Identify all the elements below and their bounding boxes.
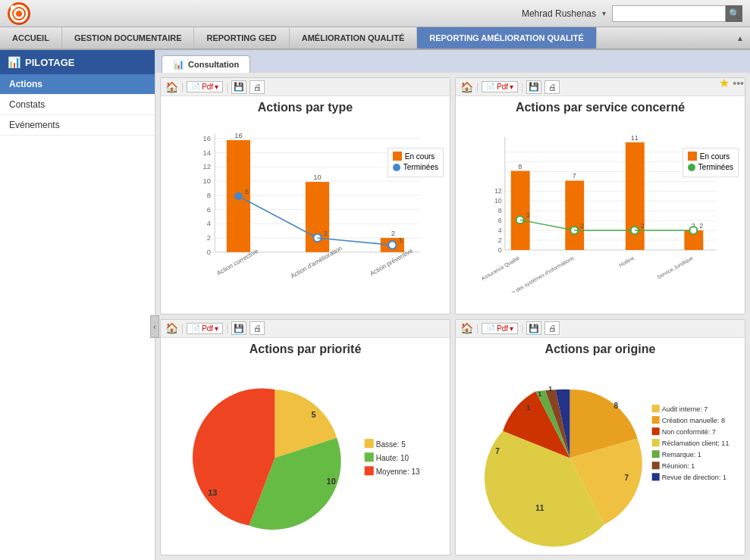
more-options-icon[interactable]: •••: [733, 77, 744, 89]
chart1-toolbar: 🏠 | 📄 Pdf ▾ | 💾 🖨: [161, 78, 450, 96]
svg-text:16: 16: [234, 132, 242, 139]
svg-text:Remarque: 1: Remarque: 1: [662, 451, 701, 458]
pdf-icon2: 📄: [486, 83, 495, 91]
svg-text:0: 0: [207, 249, 211, 256]
sidebar-item-actions[interactable]: Actions: [0, 74, 155, 95]
pdf-icon4: 📄: [486, 324, 495, 333]
svg-rect-83: [365, 452, 374, 461]
sidebar-title: PILOTAGE: [25, 57, 74, 68]
search-input[interactable]: [612, 5, 726, 22]
svg-text:10: 10: [313, 174, 321, 181]
chart2-save-button[interactable]: 💾: [526, 80, 541, 94]
sidebar-item-constats[interactable]: Constats: [0, 95, 155, 115]
chart4-pdf-button[interactable]: 📄 Pdf ▾: [482, 323, 518, 334]
nav-item-reporting-amelioration[interactable]: REPORTING AMÉLIORATION QUALITÉ: [417, 27, 597, 48]
chart2-terminees-label: Terminées: [698, 163, 733, 171]
sidebar-collapse-button[interactable]: ‹: [150, 315, 159, 338]
tab-bar: 📊 Consultation: [155, 50, 750, 73]
chart4-save-button[interactable]: 💾: [526, 321, 541, 335]
chart2-print-button[interactable]: 🖨: [544, 80, 560, 94]
svg-text:2: 2: [207, 234, 211, 242]
svg-text:7: 7: [625, 474, 629, 482]
chart2-pdf-button[interactable]: 📄 Pdf ▾: [482, 81, 518, 92]
svg-text:12: 12: [494, 187, 502, 195]
chart2-legend-terminees: Terminées: [688, 163, 733, 171]
legend-item-en-cours: En cours: [393, 152, 438, 161]
tab-label: Consultation: [188, 60, 239, 69]
chart-actions-par-type: 🏠 | 📄 Pdf ▾ | 💾 🖨 Actions par type: [160, 77, 450, 314]
nav-item-amelioration[interactable]: AMÉLIORATION QUALITÉ: [290, 27, 417, 48]
svg-rect-55: [511, 171, 530, 250]
nav-collapse-icon[interactable]: ▲: [730, 34, 750, 42]
svg-text:10: 10: [494, 197, 502, 205]
tab-icon: 📊: [173, 59, 184, 70]
svg-text:Audit interne: 7: Audit interne: 7: [662, 405, 708, 413]
svg-text:4: 4: [207, 220, 211, 227]
chart3-home-icon[interactable]: 🏠: [165, 322, 178, 334]
svg-text:Assurance Qualité: Assurance Qualité: [482, 255, 521, 282]
favorite-star-icon[interactable]: ★: [719, 76, 730, 90]
svg-text:6: 6: [207, 206, 211, 214]
svg-text:Hotline: Hotline: [618, 255, 635, 268]
svg-text:12: 12: [203, 163, 211, 171]
chart1-title: Actions par type: [161, 101, 450, 114]
svg-rect-96: [652, 416, 660, 424]
legend-en-cours-color: [393, 152, 402, 161]
chart2-svg: 0 2 4 6 8 10 12 8 7: [482, 117, 739, 293]
chart1-pdf-chevron: ▾: [215, 83, 218, 91]
nav-item-reporting-ged[interactable]: REPORTING GED: [194, 27, 289, 48]
chart1-body: Actions par type: [161, 96, 450, 314]
svg-text:16: 16: [203, 135, 211, 142]
chart1-home-icon[interactable]: 🏠: [165, 81, 178, 93]
chart3-print-button[interactable]: 🖨: [249, 321, 265, 335]
user-chevron-icon[interactable]: ▾: [602, 9, 606, 17]
nav-item-accueil[interactable]: ACCUEIL: [0, 27, 62, 48]
pdf-icon: 📄: [191, 83, 200, 91]
legend-terminees-label: Terminées: [403, 163, 438, 171]
user-name[interactable]: Mehrad Rushenas: [522, 8, 596, 19]
svg-text:2: 2: [580, 222, 584, 230]
svg-text:8: 8: [518, 163, 522, 171]
svg-text:3: 3: [526, 211, 530, 219]
svg-text:1: 1: [548, 385, 552, 393]
search-button[interactable]: 🔍: [726, 5, 742, 22]
svg-text:2: 2: [699, 222, 703, 230]
chart3-pdf-button[interactable]: 📄 Pdf ▾: [187, 323, 223, 334]
svg-text:0: 0: [498, 246, 502, 254]
svg-text:1: 1: [538, 390, 541, 398]
svg-text:8: 8: [614, 402, 619, 410]
charts-container: 🏠 | 📄 Pdf ▾ | 💾 🖨 Actions par type: [155, 73, 750, 560]
svg-rect-104: [652, 461, 660, 469]
chart2-home-icon[interactable]: 🏠: [460, 81, 473, 93]
chart4-svg: 8 7 11 7 1 1 1 Audit interne: 7 Création…: [456, 359, 745, 549]
svg-text:8: 8: [498, 207, 502, 214]
chart1-legend: En cours Terminées: [388, 148, 444, 177]
svg-text:5: 5: [312, 410, 316, 419]
search-box: 🔍: [612, 5, 742, 22]
svg-text:Réunion: 1: Réunion: 1: [662, 462, 695, 470]
svg-text:Basse: 5: Basse: 5: [376, 440, 406, 449]
chart2-body: Actions par service concerné: [456, 96, 745, 314]
chart3-save-button[interactable]: 💾: [231, 321, 246, 335]
chart1-save-button[interactable]: 💾: [231, 80, 246, 94]
chart2-legend: En cours Terminées: [683, 148, 739, 177]
chart3-pdf-chevron: ▾: [215, 324, 218, 333]
svg-point-72: [689, 227, 697, 234]
chart4-print-button[interactable]: 🖨: [544, 321, 560, 335]
legend-en-cours-label: En cours: [405, 152, 435, 161]
chart2-title: Actions par service concerné: [456, 101, 745, 114]
svg-text:Non conformité: 7: Non conformité: 7: [662, 428, 716, 436]
chart1-print-button[interactable]: 🖨: [249, 80, 265, 94]
nav-item-gestion[interactable]: GESTION DOCUMENTAIRE: [62, 27, 195, 48]
svg-text:7: 7: [495, 447, 500, 455]
chart1-pdf-label: Pdf: [202, 83, 213, 91]
chart1-pdf-button[interactable]: 📄 Pdf ▾: [187, 81, 223, 92]
svg-rect-81: [365, 439, 374, 448]
svg-rect-94: [652, 405, 660, 412]
svg-text:8: 8: [245, 188, 249, 196]
sidebar-item-evenements[interactable]: Evénements: [0, 115, 155, 136]
svg-text:1: 1: [399, 236, 403, 244]
tab-consultation[interactable]: 📊 Consultation: [162, 55, 250, 73]
chart4-home-icon[interactable]: 🏠: [460, 322, 473, 334]
user-area: Mehrad Rushenas ▾ 🔍: [522, 5, 742, 22]
